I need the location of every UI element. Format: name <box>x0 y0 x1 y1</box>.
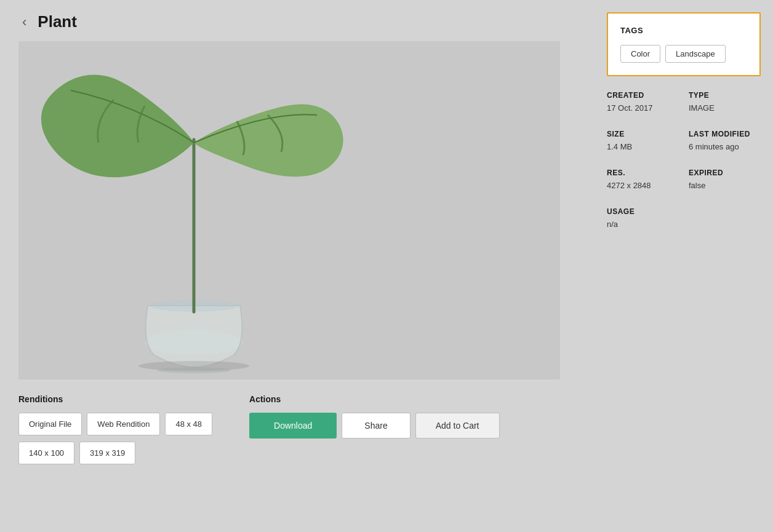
add-to-cart-button[interactable]: Add to Cart <box>415 413 500 439</box>
rendition-web[interactable]: Web Rendition <box>87 413 160 435</box>
meta-expired-label: EXPIRED <box>689 169 761 177</box>
header: ‹ Plant <box>18 12 576 31</box>
page-title: Plant <box>38 12 77 31</box>
page-container: ‹ Plant <box>0 0 773 532</box>
tags-list: Color Landscape <box>620 45 747 63</box>
renditions-section: Renditions Original File Web Rendition 4… <box>18 394 212 464</box>
meta-usage-value: n/a <box>607 220 679 229</box>
rendition-original[interactable]: Original File <box>18 413 82 435</box>
metadata-section: CREATED 17 Oct. 2017 TYPE IMAGE SIZE 1.4… <box>607 91 761 229</box>
tags-card: TAGS Color Landscape <box>607 12 761 76</box>
meta-expired: EXPIRED false <box>689 169 761 190</box>
main-area: ‹ Plant <box>0 0 595 532</box>
meta-type-value: IMAGE <box>689 103 761 113</box>
meta-last-modified: LAST MODIFIED 6 minutes ago <box>689 130 761 151</box>
meta-type-label: TYPE <box>689 91 761 100</box>
bottom-section: Renditions Original File Web Rendition 4… <box>18 394 576 464</box>
renditions-row-2: 140 x 100 319 x 319 <box>18 442 212 464</box>
meta-size: SIZE 1.4 MB <box>607 130 679 151</box>
meta-res: RES. 4272 x 2848 <box>607 169 679 190</box>
download-button[interactable]: Download <box>249 413 337 439</box>
meta-last-modified-value: 6 minutes ago <box>689 142 761 151</box>
meta-usage: USAGE n/a <box>607 207 679 229</box>
rendition-140[interactable]: 140 x 100 <box>18 442 74 464</box>
renditions-row-1: Original File Web Rendition 48 x 48 <box>18 413 212 435</box>
meta-res-value: 4272 x 2848 <box>607 181 679 190</box>
actions-section: Actions Download Share Add to Cart <box>249 394 499 464</box>
meta-usage-label: USAGE <box>607 207 679 216</box>
tag-landscape[interactable]: Landscape <box>665 45 726 63</box>
meta-created: CREATED 17 Oct. 2017 <box>607 91 679 113</box>
share-button[interactable]: Share <box>342 413 410 439</box>
meta-res-label: RES. <box>607 169 679 177</box>
tag-color[interactable]: Color <box>620 45 660 63</box>
tags-heading: TAGS <box>620 26 747 35</box>
meta-size-value: 1.4 MB <box>607 142 679 151</box>
svg-point-5 <box>157 367 231 373</box>
rendition-48[interactable]: 48 x 48 <box>165 413 212 435</box>
meta-type: TYPE IMAGE <box>689 91 761 113</box>
plant-svg <box>18 41 560 379</box>
rendition-319[interactable]: 319 x 319 <box>79 442 135 464</box>
renditions-label: Renditions <box>18 394 212 404</box>
back-button[interactable]: ‹ <box>18 13 30 31</box>
image-preview <box>18 41 560 379</box>
meta-last-modified-label: LAST MODIFIED <box>689 130 761 138</box>
meta-expired-value: false <box>689 181 761 190</box>
meta-created-label: CREATED <box>607 91 679 100</box>
actions-label: Actions <box>249 394 499 404</box>
sidebar: TAGS Color Landscape CREATED 17 Oct. 201… <box>595 0 773 532</box>
meta-created-value: 17 Oct. 2017 <box>607 103 679 113</box>
meta-size-label: SIZE <box>607 130 679 138</box>
action-buttons-row: Download Share Add to Cart <box>249 413 499 439</box>
